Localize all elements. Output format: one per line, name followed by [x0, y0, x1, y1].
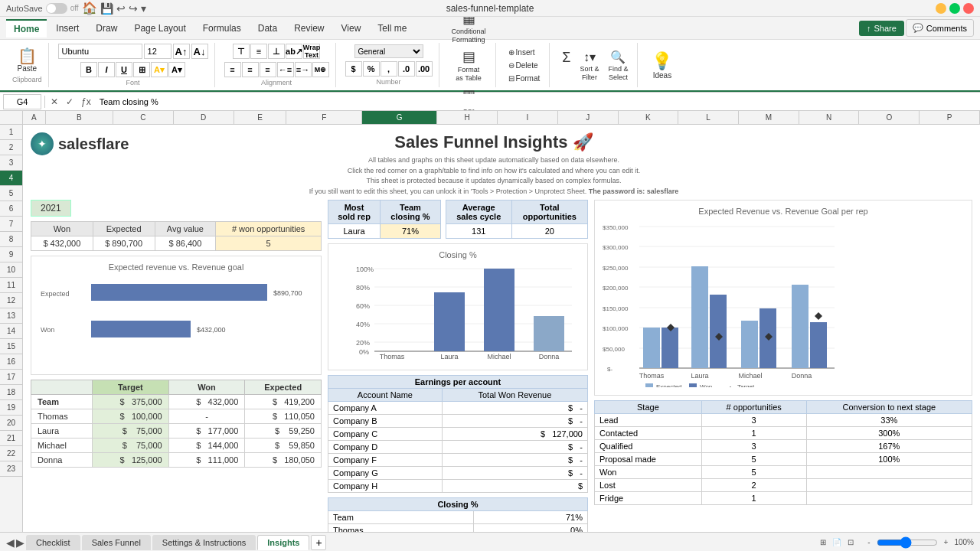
row-7[interactable]: 7 — [0, 217, 22, 232]
close-button[interactable] — [963, 3, 974, 14]
font-size-input[interactable] — [144, 44, 172, 59]
row-6[interactable]: 6 — [0, 201, 22, 217]
insert-cells-button[interactable]: ⊕ Insert — [505, 47, 544, 58]
formula-input[interactable] — [96, 94, 977, 109]
share-button[interactable]: ↑ Share — [859, 21, 904, 36]
redo-icon[interactable]: ↪ — [129, 2, 138, 15]
comments-button[interactable]: 💬 Comments — [906, 19, 974, 37]
row-2[interactable]: 2 — [0, 140, 22, 155]
col-header-f[interactable]: F — [286, 111, 361, 124]
align-top-button[interactable]: ⊤ — [233, 44, 250, 59]
col-header-k[interactable]: K — [619, 111, 679, 124]
select-all-corner[interactable] — [0, 111, 23, 124]
zoom-slider[interactable] — [877, 539, 938, 546]
home-icon[interactable]: 🏠 — [82, 1, 97, 15]
customize-icon[interactable]: ▾ — [141, 2, 146, 15]
indent-decrease-button[interactable]: ←≡ — [277, 62, 294, 77]
tab-data[interactable]: Data — [250, 20, 285, 37]
row-18[interactable]: 18 — [0, 385, 22, 400]
wrap-text-button[interactable]: Wrap Text — [303, 44, 320, 59]
align-middle-button[interactable]: ≡ — [250, 44, 267, 59]
tab-draw[interactable]: Draw — [88, 20, 125, 37]
zoom-plus[interactable]: + — [944, 538, 949, 546]
row-3[interactable]: 3 — [0, 155, 22, 171]
cancel-formula-icon[interactable]: ✕ — [48, 96, 60, 108]
decrease-font-button[interactable]: A↓ — [191, 44, 208, 59]
number-format-select[interactable]: General — [354, 44, 423, 58]
row-8[interactable]: 8 — [0, 232, 22, 247]
align-center-button[interactable]: ≡ — [242, 62, 259, 77]
align-bottom-button[interactable]: ⊥ — [268, 44, 285, 59]
row-12[interactable]: 12 — [0, 293, 22, 308]
insert-function-icon[interactable]: ƒx — [79, 96, 93, 108]
col-header-m[interactable]: M — [739, 111, 799, 124]
add-sheet-button[interactable]: + — [311, 535, 326, 550]
tab-tell-me[interactable]: Tell me — [370, 20, 414, 37]
format-table-button[interactable]: ▤ Format as Table — [452, 47, 484, 83]
minimize-button[interactable] — [936, 3, 946, 14]
row-5[interactable]: 5 — [0, 186, 22, 201]
nav-right-button[interactable]: ▶ — [16, 536, 24, 549]
find-select-button[interactable]: 🔍 Find & Select — [605, 48, 631, 83]
delete-cells-button[interactable]: ⊖ Delete — [505, 60, 544, 71]
col-header-b[interactable]: B — [46, 111, 114, 124]
row-17[interactable]: 17 — [0, 370, 22, 385]
currency-button[interactable]: $ — [345, 61, 362, 77]
sheet-content[interactable]: ✦ salesflare Sales Funnel Insights 🚀 All… — [23, 125, 980, 532]
indent-increase-button[interactable]: ≡→ — [295, 62, 312, 77]
tab-view[interactable]: View — [334, 20, 369, 37]
sheet-tab-insights[interactable]: Insights — [257, 535, 309, 550]
border-button[interactable]: ⊞ — [133, 62, 150, 77]
col-header-p[interactable]: P — [920, 111, 980, 124]
row-9[interactable]: 9 — [0, 247, 22, 262]
tab-review[interactable]: Review — [286, 20, 332, 37]
col-header-e[interactable]: E — [234, 111, 287, 124]
sheet-tab-sales-funnel[interactable]: Sales Funnel — [82, 535, 151, 550]
sort-filter-button[interactable]: ↕▾ Sort & Filter — [577, 48, 602, 83]
autosave-control[interactable]: AutoSave off — [6, 3, 79, 14]
tab-insert[interactable]: Insert — [48, 20, 87, 37]
confirm-formula-icon[interactable]: ✓ — [64, 96, 76, 108]
row-13[interactable]: 13 — [0, 308, 22, 324]
row-15[interactable]: 15 — [0, 339, 22, 354]
bold-button[interactable]: B — [80, 62, 97, 77]
align-right-button[interactable]: ≡ — [260, 62, 276, 77]
col-header-c[interactable]: C — [113, 111, 174, 124]
tab-page-layout[interactable]: Page Layout — [126, 20, 193, 37]
col-header-n[interactable]: N — [799, 111, 860, 124]
maximize-button[interactable] — [949, 3, 960, 14]
col-header-l[interactable]: L — [678, 111, 739, 124]
col-header-o[interactable]: O — [859, 111, 920, 124]
sum-button[interactable]: Σ — [559, 48, 573, 83]
zoom-minus[interactable]: - — [867, 538, 870, 546]
col-header-d[interactable]: D — [174, 111, 234, 124]
nav-left-button[interactable]: ◀ — [6, 536, 15, 549]
decimal-increase-button[interactable]: .00 — [416, 61, 433, 77]
tab-formulas[interactable]: Formulas — [195, 20, 249, 37]
percent-button[interactable]: % — [363, 61, 380, 77]
increase-font-button[interactable]: A↑ — [173, 44, 190, 59]
row-19[interactable]: 19 — [0, 400, 22, 416]
row-23[interactable]: 23 — [0, 461, 22, 477]
font-color-button[interactable]: A▾ — [168, 62, 185, 77]
row-1[interactable]: 1 — [0, 125, 22, 140]
merge-center-button[interactable]: M⊕ — [312, 62, 329, 77]
col-header-h[interactable]: H — [437, 111, 498, 124]
row-4[interactable]: 4 — [0, 171, 22, 186]
decimal-decrease-button[interactable]: .0 — [398, 61, 415, 77]
row-11[interactable]: 11 — [0, 278, 22, 293]
row-22[interactable]: 22 — [0, 446, 22, 461]
align-left-button[interactable]: ≡ — [224, 62, 241, 77]
save-icon[interactable]: 💾 — [100, 2, 113, 15]
italic-button[interactable]: I — [98, 62, 115, 77]
comma-button[interactable]: , — [381, 61, 397, 77]
year-selector[interactable]: 2021 — [31, 200, 71, 217]
row-20[interactable]: 20 — [0, 416, 22, 431]
autosave-toggle[interactable] — [46, 3, 67, 14]
font-name-input[interactable] — [58, 44, 142, 59]
underline-button[interactable]: U — [116, 62, 132, 77]
row-14[interactable]: 14 — [0, 324, 22, 339]
row-10[interactable]: 10 — [0, 262, 22, 278]
row-16[interactable]: 16 — [0, 354, 22, 370]
cell-reference-input[interactable] — [3, 94, 41, 109]
